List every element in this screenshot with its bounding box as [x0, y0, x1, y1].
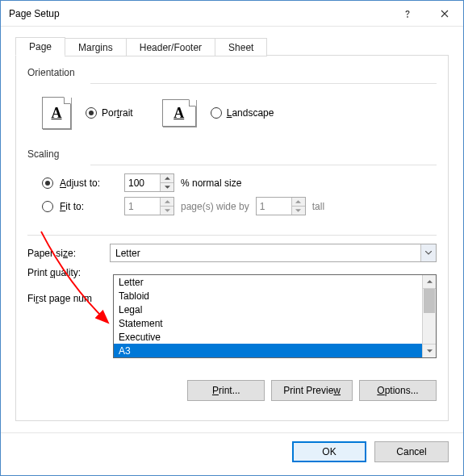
portrait-icon[interactable]: A — [42, 97, 71, 129]
spin-up-icon[interactable] — [161, 174, 173, 183]
dialog-footer: OK Cancel — [1, 432, 463, 475]
first-page-label: First page num — [27, 293, 116, 304]
client-area: Page Margins Header/Footer Sheet Orienta… — [1, 27, 463, 432]
fit-tall-label: tall — [312, 201, 324, 212]
option-letter[interactable]: Letter — [114, 275, 422, 289]
ok-button[interactable]: OK — [292, 441, 366, 462]
dropdown-items: Letter Tabloid Legal Statement Executive… — [114, 275, 422, 357]
page-setup-dialog: Page Setup Page Margins Header/Footer Sh… — [0, 0, 464, 476]
spin-down-icon[interactable] — [161, 183, 173, 191]
print-button[interactable]: Print... — [187, 380, 265, 401]
window-title: Page Setup — [9, 8, 389, 19]
tab-panel: Orientation A Portrait A Landscape — [15, 56, 449, 421]
adjust-to-row: Adjust to: 100 % normal size — [42, 173, 437, 192]
divider — [27, 235, 437, 236]
scroll-up-icon[interactable] — [423, 275, 436, 289]
spin-up-icon[interactable] — [292, 198, 305, 207]
landscape-icon[interactable]: A — [162, 99, 196, 127]
portrait-radio-label: Portrait — [102, 107, 133, 119]
paper-size-dropdown[interactable]: Letter Tabloid Legal Statement Executive… — [113, 274, 437, 358]
radio-icon — [86, 107, 97, 119]
scaling-rows: Adjust to: 100 % normal size Fit to: 1 — [27, 173, 437, 227]
fit-to-label: Fit to: — [60, 201, 118, 212]
spin-up-icon[interactable] — [161, 198, 173, 207]
paper-size-combo[interactable]: Letter — [110, 244, 437, 262]
option-a3[interactable]: A3 — [114, 344, 422, 357]
fit-to-radio[interactable] — [42, 201, 53, 212]
spinner[interactable] — [160, 174, 173, 191]
help-button[interactable] — [389, 1, 426, 27]
orientation-row: A Portrait A Landscape — [27, 92, 437, 137]
fit-wide-input[interactable]: 1 — [124, 197, 174, 215]
adjust-to-suffix: % normal size — [181, 177, 241, 189]
landscape-radio-label: Landscape — [227, 107, 274, 119]
spin-down-icon[interactable] — [161, 207, 173, 215]
options-button[interactable]: Options... — [359, 380, 437, 401]
orientation-label: Orientation — [27, 67, 437, 78]
dropdown-scrollbar[interactable] — [422, 275, 436, 357]
option-executive[interactable]: Executive — [114, 330, 422, 344]
paper-size-label: Paper size: — [27, 248, 102, 259]
divider — [90, 165, 437, 165]
portrait-radio[interactable]: Portrait — [86, 107, 133, 119]
landscape-radio[interactable]: Landscape — [211, 107, 274, 119]
cancel-button[interactable]: Cancel — [374, 441, 449, 462]
divider — [90, 83, 437, 84]
adjust-to-input[interactable]: 100 — [124, 173, 174, 192]
tab-page[interactable]: Page — [15, 37, 65, 56]
fit-tall-input[interactable]: 1 — [256, 197, 306, 215]
fit-mid-label: page(s) wide by — [181, 201, 249, 212]
paper-size-row: Paper size: Letter — [27, 244, 437, 262]
scaling-label: Scaling — [27, 148, 437, 160]
adjust-to-label: Adjust to: — [60, 177, 118, 189]
option-tabloid[interactable]: Tabloid — [114, 289, 422, 303]
titlebar: Page Setup — [1, 1, 463, 27]
adjust-to-radio[interactable] — [42, 177, 53, 189]
chevron-down-icon[interactable] — [420, 244, 436, 261]
scroll-track[interactable] — [423, 289, 436, 344]
tab-margins[interactable]: Margins — [65, 38, 127, 56]
tab-header-footer[interactable]: Header/Footer — [126, 38, 215, 56]
scroll-thumb[interactable] — [424, 289, 435, 313]
option-statement[interactable]: Statement — [114, 316, 422, 330]
tabstrip: Page Margins Header/Footer Sheet — [15, 36, 449, 56]
spinner[interactable] — [160, 198, 173, 215]
fit-to-row: Fit to: 1 page(s) wide by 1 — [42, 197, 437, 215]
radio-icon — [211, 107, 222, 119]
close-button[interactable] — [426, 1, 463, 27]
tab-sheet[interactable]: Sheet — [215, 38, 267, 56]
spinner[interactable] — [291, 198, 305, 215]
spin-down-icon[interactable] — [292, 207, 305, 215]
scroll-down-icon[interactable] — [423, 344, 436, 357]
print-quality-label: Print quality: — [27, 267, 102, 278]
option-legal[interactable]: Legal — [114, 303, 422, 316]
print-preview-button[interactable]: Print Preview — [271, 380, 353, 401]
